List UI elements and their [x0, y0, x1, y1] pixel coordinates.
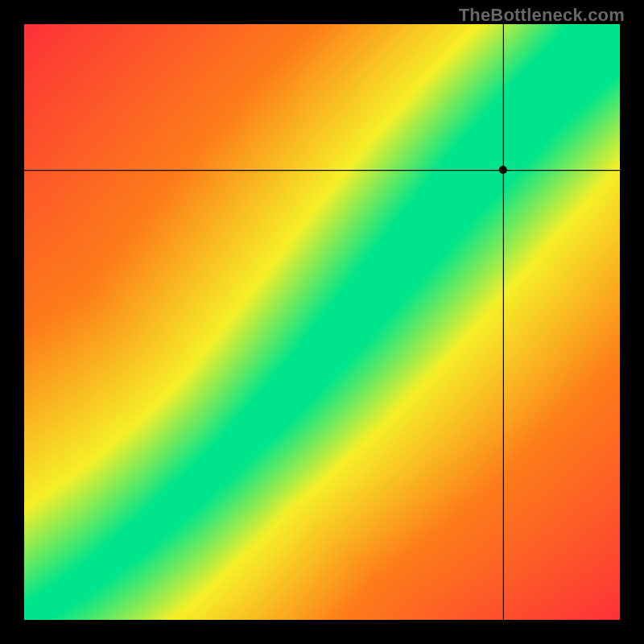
watermark-text: TheBottleneck.com: [459, 5, 625, 26]
chart-container: TheBottleneck.com: [0, 0, 644, 644]
crosshair-overlay: [24, 24, 620, 620]
